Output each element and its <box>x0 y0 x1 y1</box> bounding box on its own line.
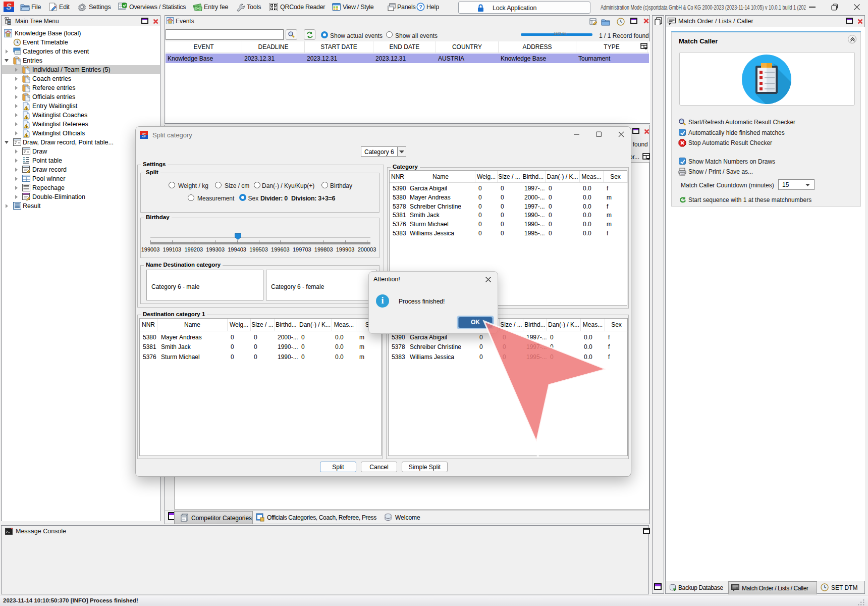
svg-text:?: ? <box>419 4 422 10</box>
svg-text:S: S <box>142 132 146 139</box>
svg-text:S: S <box>6 3 12 11</box>
